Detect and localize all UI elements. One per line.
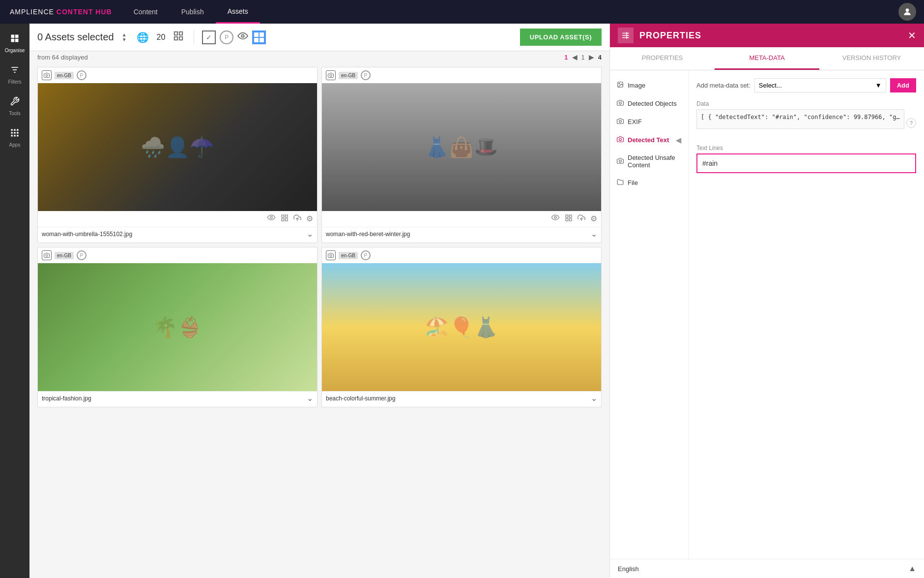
preview-icon-2[interactable] <box>551 214 560 224</box>
upload-assets-button[interactable]: UPLOAD ASSET(S) <box>520 29 602 46</box>
add-meta-set-button[interactable]: Add <box>890 78 916 92</box>
settings-icon-2[interactable]: ⚙ <box>590 214 597 224</box>
help-icon[interactable]: ? <box>906 118 916 128</box>
tab-meta-data[interactable]: META-DATA <box>715 47 819 70</box>
total-pages: 4 <box>598 54 602 61</box>
nav-item-assets[interactable]: Assets <box>216 0 260 24</box>
meta-nav-item-file[interactable]: File <box>610 174 688 192</box>
svg-rect-24 <box>282 215 284 217</box>
asset-card-3: en-GB P tropical-fashion.jpg ⌄ <box>37 247 318 407</box>
asset-image-2[interactable] <box>322 83 601 211</box>
footer-language: English <box>618 565 639 573</box>
nav-item-publish[interactable]: Publish <box>170 0 216 24</box>
svg-rect-34 <box>569 218 572 221</box>
lang-badge-1: en-GB <box>55 72 74 79</box>
mosaic-view-toggle[interactable] <box>252 30 266 44</box>
meta-nav-item-image[interactable]: Image <box>610 76 688 94</box>
right-panel: PROPERTIES ✕ PROPERTIES META-DATA VERSIO… <box>609 24 924 578</box>
sidebar-item-apps[interactable]: Apps <box>0 122 29 153</box>
upload-icon-1[interactable] <box>293 214 301 224</box>
panel-header-icon <box>618 28 634 43</box>
grid-icon-2[interactable] <box>565 214 573 224</box>
next-page-button[interactable]: ▶ <box>589 53 594 61</box>
expand-card-4[interactable]: ⌄ <box>591 394 597 403</box>
svg-rect-9 <box>14 129 15 131</box>
asset-image-1[interactable] <box>38 83 317 211</box>
expand-card-2[interactable]: ⌄ <box>591 229 597 239</box>
content-area: 0 Assets selected ▲ ▼ 🌐 20 ✓ P UPLOA <box>29 24 609 578</box>
text-lines-input[interactable] <box>696 153 916 173</box>
svg-point-30 <box>554 216 556 218</box>
panel-close-button[interactable]: ✕ <box>908 30 916 41</box>
asset-card-4: en-GB P beach-colorful-summer.jpg ⌄ <box>321 247 602 407</box>
svg-point-37 <box>330 255 332 257</box>
camera-nav-icon-4 <box>617 157 624 166</box>
grid-view-icon[interactable] <box>173 30 184 44</box>
meta-data-select[interactable]: Select... ▼ <box>754 78 886 92</box>
svg-rect-10 <box>17 129 18 131</box>
sidebar-item-filters[interactable]: Filters <box>0 59 29 91</box>
upload-icon-2[interactable] <box>578 214 585 224</box>
asset-card-2: en-GB P ⚙ woman-with <box>321 67 602 243</box>
globe-icon[interactable]: 🌐 <box>137 31 149 43</box>
tab-properties[interactable]: PROPERTIES <box>610 47 715 70</box>
meta-nav-item-detected-unsafe[interactable]: Detected Unsafe Content <box>610 149 688 174</box>
meta-nav-item-detected-objects[interactable]: Detected Objects <box>610 94 688 113</box>
sidebar-item-organise[interactable]: Organise <box>0 28 29 59</box>
from-label: from 64 displayed <box>37 54 88 61</box>
publish-toggle[interactable]: P <box>220 30 233 44</box>
brand-amplience: AMPLIENCE <box>10 8 54 16</box>
image-nav-icon <box>617 81 624 90</box>
asset-image-4[interactable] <box>322 263 601 391</box>
organise-icon <box>10 33 20 46</box>
prev-page-button[interactable]: ◀ <box>572 53 578 61</box>
meta-nav-label-detected-objects: Detected Objects <box>628 100 677 107</box>
expand-card-1[interactable]: ⌄ <box>307 229 313 239</box>
nav-right <box>891 3 924 21</box>
svg-point-21 <box>242 34 244 37</box>
top-navigation: AMPLIENCE CONTENT HUB Content Publish As… <box>0 0 924 24</box>
asset-card-4-header: en-GB P <box>322 247 601 263</box>
camera-icon-3 <box>42 250 52 260</box>
meta-nav-item-detected-text[interactable]: Detected Text ◀ <box>610 131 688 149</box>
svg-point-46 <box>619 138 622 141</box>
nav-item-content[interactable]: Content <box>122 0 170 24</box>
asset-grid: en-GB P ⚙ woman-with <box>29 63 609 578</box>
visibility-icon[interactable] <box>237 31 248 43</box>
toolbar: 0 Assets selected ▲ ▼ 🌐 20 ✓ P UPLOA <box>29 24 609 51</box>
select-placeholder: Select... <box>759 82 782 89</box>
user-avatar[interactable] <box>898 3 916 21</box>
panel-body: Image Detected Objects EXIF <box>610 70 924 559</box>
svg-point-22 <box>46 75 48 77</box>
meta-data-set-row: Add meta-data set: Select... ▼ Add <box>696 78 916 92</box>
sort-arrows[interactable]: ▲ ▼ <box>122 32 127 42</box>
preview-icon-1[interactable] <box>267 214 276 224</box>
asset-image-3[interactable] <box>38 263 317 391</box>
sidebar: Organise Filters Tools Apps <box>0 24 29 578</box>
svg-rect-19 <box>174 37 177 40</box>
svg-rect-27 <box>285 218 288 221</box>
asset-card-1-footer: woman-with-umbrella-1555102.jpg ⌄ <box>38 227 317 243</box>
expand-card-3[interactable]: ⌄ <box>307 394 313 403</box>
meta-nav-item-exif[interactable]: EXIF <box>610 113 688 131</box>
grid-icon-1[interactable] <box>281 214 289 224</box>
tab-version-history[interactable]: VERSION HISTORY <box>819 47 924 70</box>
asset-card-3-header: en-GB P <box>38 247 317 263</box>
footer-expand-arrow[interactable]: ▲ <box>908 564 916 573</box>
svg-point-29 <box>330 75 332 77</box>
svg-point-45 <box>619 120 622 122</box>
asset-card-4-footer: beach-colorful-summer.jpg ⌄ <box>322 391 601 407</box>
select-all-checkbox[interactable]: ✓ <box>202 30 216 44</box>
data-field-input[interactable]: [ { "detectedText": "#rain", "confidence… <box>696 109 904 129</box>
meta-content: Add meta-data set: Select... ▼ Add Data … <box>689 70 924 559</box>
asset-name-2: woman-with-red-beret-winter.jpg <box>326 231 591 238</box>
sidebar-item-label-apps: Apps <box>9 142 21 148</box>
camera-nav-icon-3 <box>617 136 624 144</box>
lang-badge-2: en-GB <box>339 72 358 79</box>
asset-card-2-header: en-GB P <box>322 67 601 83</box>
asset-card-2-footer: woman-with-red-beret-winter.jpg ⌄ <box>322 227 601 243</box>
settings-icon-1[interactable]: ⚙ <box>306 214 313 224</box>
svg-rect-32 <box>569 215 572 217</box>
meta-nav-label-image: Image <box>628 82 645 89</box>
sidebar-item-tools[interactable]: Tools <box>0 91 29 122</box>
